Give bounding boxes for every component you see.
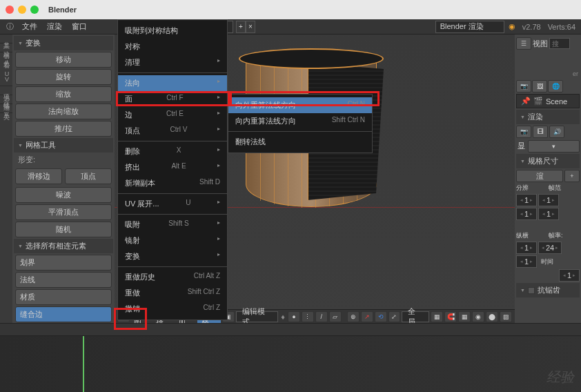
- display-dropdown[interactable]: ▾: [528, 140, 580, 153]
- prop-tab-scene[interactable]: 🌐: [548, 80, 563, 92]
- aspect-x-field[interactable]: 1: [516, 242, 537, 254]
- outliner-icon[interactable]: ☰: [516, 37, 531, 50]
- btn-edge-slide[interactable]: 滑移边: [15, 168, 62, 184]
- mode-dropdown[interactable]: 编辑模式: [236, 311, 279, 322]
- submenu-item-向内重算法线方向[interactable]: 向内重算法线方向Shift Ctrl N: [228, 113, 372, 129]
- menu-item-新增副本[interactable]: 新增副本Shift D: [118, 175, 227, 191]
- vtab-tools[interactable]: 工具: [0, 35, 12, 43]
- menu-item-重做历史[interactable]: 重做历史Ctrl Alt Z: [118, 269, 227, 285]
- proportional-icon[interactable]: ◉: [472, 311, 484, 322]
- menu-file[interactable]: 文件: [18, 20, 41, 33]
- info-editor-icon[interactable]: ⓘ: [3, 21, 17, 33]
- scene-item[interactable]: 📌 🎬 Scene: [516, 94, 580, 108]
- frame-end-field[interactable]: 1: [538, 208, 559, 220]
- manipulator-rotate-icon[interactable]: ⟲: [375, 311, 387, 322]
- menu-item-吸附[interactable]: 吸附Shift S: [118, 217, 227, 233]
- menu-item-撤销[interactable]: 撤销Ctrl Z: [118, 301, 227, 317]
- render-section-header[interactable]: 渲染: [516, 110, 580, 124]
- res-y-field[interactable]: 1: [516, 208, 537, 220]
- select-mode-edge[interactable]: /: [315, 311, 328, 322]
- btn-rotate[interactable]: 旋转: [15, 69, 112, 85]
- menu-window[interactable]: 窗口: [68, 20, 91, 33]
- fps-field[interactable]: 24: [538, 242, 562, 254]
- btn-smooth-vertex[interactable]: 平滑顶点: [15, 204, 112, 220]
- search-input[interactable]: [549, 38, 570, 49]
- prop-tab-render[interactable]: 📷: [516, 80, 531, 92]
- falloff-icon[interactable]: ⬤: [486, 311, 498, 322]
- menu-item-吸附到对称结构[interactable]: 吸附到对称结构: [118, 23, 227, 39]
- vtab-create[interactable]: 创建: [0, 43, 12, 52]
- vtab-relations[interactable]: 关系: [0, 104, 12, 113]
- orientation-dropdown[interactable]: 全局: [402, 311, 429, 322]
- vtab-shading[interactable]: 着色 / UV: [0, 52, 12, 86]
- frame-start-field[interactable]: 1: [538, 194, 559, 206]
- view-label[interactable]: 视图: [533, 39, 548, 49]
- btn-vertex[interactable]: 顶点: [65, 168, 112, 184]
- snap-icon[interactable]: 🧲: [444, 311, 457, 322]
- timeline-editor[interactable]: [0, 323, 581, 392]
- menu-item-镜射[interactable]: 镜射: [118, 233, 227, 248]
- menu-item-变换[interactable]: 变换: [118, 248, 227, 264]
- render-anim-btn[interactable]: 🎞: [533, 126, 548, 138]
- select-mode-face[interactable]: ▱: [329, 311, 342, 322]
- render-engine-dropdown[interactable]: Blender 渲染: [435, 21, 504, 33]
- submenu-item-翻转法线[interactable]: 翻转法线: [228, 134, 372, 150]
- antialias-checkbox[interactable]: [528, 287, 535, 294]
- vtab-grease[interactable]: 油蜡笔: [0, 95, 12, 104]
- blender-logo-icon: ◉: [509, 22, 515, 31]
- playhead[interactable]: [83, 336, 84, 392]
- panel-meshtools-header[interactable]: 网格工具: [14, 138, 113, 153]
- pivot-icon[interactable]: ⊕: [347, 311, 360, 322]
- snap-type-icon[interactable]: ▦: [458, 311, 471, 322]
- item-boundary[interactable]: 划界: [15, 255, 112, 271]
- menu-item-顶点[interactable]: 顶点Ctrl V: [118, 123, 227, 139]
- tool-shelf: 工具 创建 着色 / UV 选项 油蜡笔 关系 变换 移动 旋转 缩放 法向缩放…: [0, 35, 115, 323]
- panel-select-linked-header[interactable]: 选择所有相连元素: [14, 239, 113, 253]
- menu-item-对称[interactable]: 对称: [118, 39, 227, 55]
- menu-item-UV 展开...[interactable]: UV 展开...U: [118, 196, 227, 212]
- close-window-button[interactable]: [6, 6, 14, 14]
- menu-item-法向[interactable]: 法向: [118, 75, 227, 91]
- menu-render[interactable]: 渲染: [43, 20, 66, 33]
- preset-add-btn[interactable]: +: [564, 170, 580, 182]
- select-mode-vertex[interactable]: ⋮: [302, 311, 314, 322]
- prop-tab-layers[interactable]: 🖼: [532, 80, 547, 92]
- scene-add-remove[interactable]: +×: [236, 21, 255, 33]
- render-preset-dropdown[interactable]: 渲: [516, 170, 563, 182]
- vtab-options[interactable]: 选项: [0, 86, 12, 95]
- menu-item-重做[interactable]: 重做Shift Ctrl Z: [118, 285, 227, 301]
- version-label: v2.78: [520, 23, 544, 31]
- occlude-icon[interactable]: ▨: [500, 311, 512, 322]
- normals-submenu: 向外重算法线方向Ctrl N向内重算法线方向Shift Ctrl N翻转法线: [228, 94, 373, 153]
- item-material[interactable]: 材质: [15, 289, 112, 305]
- render-audio-btn[interactable]: 🔊: [549, 126, 564, 138]
- item-seam[interactable]: 缝合边: [15, 306, 112, 322]
- manipulator-arrow-icon[interactable]: ↗: [361, 311, 373, 322]
- menu-item-删除[interactable]: 删除X: [118, 144, 227, 159]
- antialias-section-header[interactable]: 抗锯齿: [516, 283, 580, 297]
- layer-btn[interactable]: ▦: [431, 311, 443, 322]
- minimize-window-button[interactable]: [18, 6, 26, 14]
- btn-push-pull[interactable]: 推/拉: [15, 121, 112, 137]
- time-field[interactable]: 1: [559, 269, 580, 282]
- pin-icon[interactable]: 📌: [521, 97, 531, 106]
- menu-item-挤出[interactable]: 挤出Alt E: [118, 159, 227, 175]
- res-x-field[interactable]: 1: [516, 194, 537, 206]
- btn-normal-scale[interactable]: 法向缩放: [15, 104, 112, 119]
- btn-noise[interactable]: 噪波: [15, 187, 112, 203]
- submenu-item-向外重算法线方向[interactable]: 向外重算法线方向Ctrl N: [228, 97, 372, 113]
- manipulator-scale-icon[interactable]: ⤢: [388, 311, 401, 322]
- menu-item-边[interactable]: 边Ctrl E: [118, 107, 227, 123]
- maximize-window-button[interactable]: [30, 6, 39, 14]
- aspect-y-field[interactable]: 1: [516, 255, 537, 268]
- menu-item-清理[interactable]: 清理: [118, 55, 227, 70]
- render-image-btn[interactable]: 📷: [516, 126, 531, 138]
- shading-solid-icon[interactable]: ●: [288, 311, 300, 322]
- btn-translate[interactable]: 移动: [15, 52, 112, 68]
- item-normal[interactable]: 法线: [15, 272, 112, 288]
- btn-random[interactable]: 随机: [15, 222, 112, 237]
- menu-item-面[interactable]: 面Ctrl F: [118, 91, 227, 107]
- panel-transform-header[interactable]: 变换: [14, 36, 113, 50]
- btn-scale[interactable]: 缩放: [15, 86, 112, 102]
- dimensions-section-header[interactable]: 规格尺寸: [516, 154, 580, 168]
